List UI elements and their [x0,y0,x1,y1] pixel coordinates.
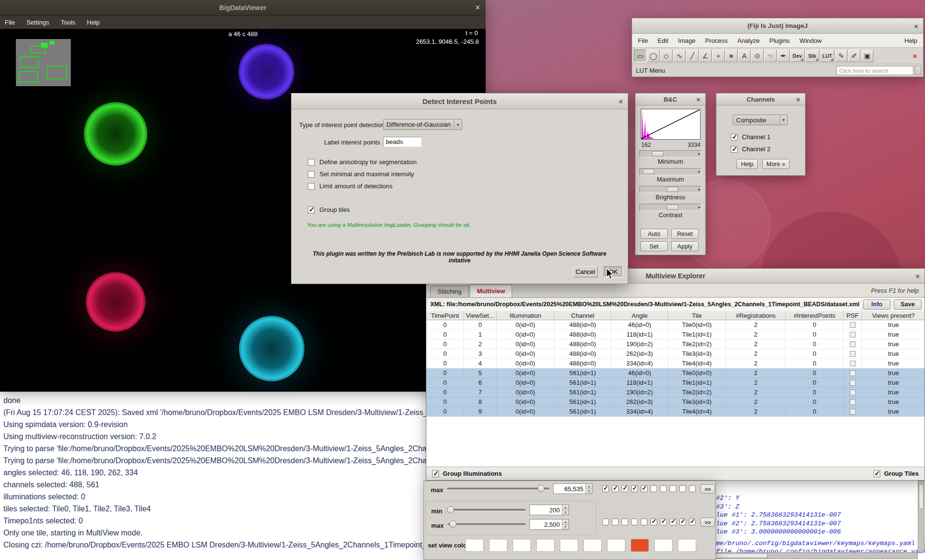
slider-arrow-icon[interactable]: ▸ [698,204,700,210]
table-row[interactable]: 000(id=0)488(id=0)46(id=0)Tile0(id=0)20t… [426,320,925,330]
auto-button[interactable]: Auto [640,229,668,239]
psf-checkbox[interactable] [850,399,856,405]
display-min-slider[interactable] [448,505,526,515]
dialog-titlebar[interactable]: Detect Interest Points × [291,93,628,109]
point-tool-icon[interactable]: + [712,50,725,62]
slider-arrow-icon[interactable]: ▸ [698,151,700,157]
oval-tool-icon[interactable]: ◯ [647,50,660,62]
table-row[interactable]: 070(id=0)561(id=1)190(id=2)Tile2(id=2)20… [426,388,925,397]
dev-menu-tool-icon[interactable]: Dev [790,50,805,62]
channel-2-checkbox[interactable] [731,146,738,153]
group-illuminations-control[interactable]: Group Illuminations [432,470,502,477]
flood-fill-tool-icon[interactable]: ▣ [861,50,873,62]
view-check-bottom-1[interactable] [612,519,619,525]
view-color-box-8[interactable] [654,539,673,552]
view-check-bottom-0[interactable] [602,519,609,525]
define-anisotropy-for-segmentation-checkbox[interactable] [308,159,315,166]
view-check-bottom-8[interactable] [679,519,686,525]
info-button[interactable]: Info [863,300,891,310]
zoom-tool-icon[interactable]: ⊙ [751,50,764,62]
dialog-option-row[interactable]: Define anisotropy for segmentation [308,156,417,168]
vertical-scrollbar[interactable] [918,481,925,552]
spinner-value[interactable] [554,484,585,494]
view-check-bottom-3[interactable] [631,519,638,525]
more-tools-tool-icon[interactable]: » [909,50,921,62]
rectangle-tool-icon[interactable]: ▭ [634,50,647,62]
bdv-menu-help[interactable]: Help [87,19,100,26]
view-check-top-1[interactable] [612,485,619,492]
view-color-box-2[interactable] [513,539,531,552]
step-up-icon[interactable]: ▴ [562,505,568,510]
psf-checkbox[interactable] [850,341,856,347]
view-color-box-5[interactable] [583,539,602,552]
column-header-views-present[interactable]: Views present? [862,311,925,320]
spinner-value[interactable] [530,520,562,529]
freehand-tool-icon[interactable]: ∿ [673,50,686,62]
close-icon[interactable]: × [619,97,623,105]
step-down-icon[interactable]: ▾ [586,489,592,494]
table-row[interactable]: 010(id=0)488(id=0)118(id=1)Tile1(id=1)20… [426,330,925,339]
slider-arrow-icon[interactable]: ▸ [698,169,700,175]
slider-arrow-icon[interactable]: ▸ [698,186,700,193]
bc-contrast-slider[interactable]: ▸ [639,204,701,211]
spinner-steppers[interactable]: ▴▾ [585,484,592,494]
set-button[interactable]: Set [640,241,668,251]
view-check-bottom-5[interactable] [650,519,657,525]
psf-checkbox[interactable] [850,409,856,415]
close-icon[interactable]: × [476,3,480,12]
search-input[interactable] [836,66,913,75]
resize-grip[interactable] [915,66,921,75]
group-tiles-control[interactable]: Group Tiles [873,470,919,477]
limit-amount-of-detections-checkbox[interactable] [308,183,315,190]
polygon-tool-icon[interactable]: ◇ [660,50,673,62]
dialog-option-row[interactable]: Group tiles [308,204,417,216]
bdv-titlebar[interactable]: BigDataViewer × [0,0,486,16]
column-header-channel[interactable]: Channel [555,311,611,320]
slider-thumb[interactable] [667,205,678,210]
table-row[interactable]: 030(id=0)488(id=0)262(id=3)Tile3(id=3)20… [426,349,925,359]
step-up-icon[interactable]: ▴ [562,520,568,525]
bc-brightness-slider[interactable]: ▸ [639,186,701,193]
psf-checkbox[interactable] [850,390,856,395]
bc-minimum-slider[interactable]: ▸ [639,150,701,157]
pencil-tool-icon[interactable]: ✎ [835,50,847,62]
label-input[interactable] [383,137,422,147]
slider-thumb[interactable] [667,187,678,192]
color-picker-tool-icon[interactable]: ✒ [777,50,790,62]
view-check-top-2[interactable] [621,485,628,492]
column-header-tile[interactable]: Tile [668,311,726,320]
text-tool-icon[interactable]: A [738,50,751,62]
line-tool-icon[interactable]: ╱ [686,50,699,62]
psf-checkbox[interactable] [850,351,856,357]
set-minimal-and-maximal-intensity-checkbox[interactable] [308,171,315,178]
imagej-menu-edit[interactable]: Edit [658,37,668,44]
dialog-option-row[interactable]: Limit amount of detections [308,180,417,192]
reset-button[interactable]: Reset [671,229,699,239]
imagej-menu-help[interactable]: Help [904,37,917,44]
bc-titlebar[interactable]: B&C × [635,93,705,105]
close-icon[interactable]: × [696,95,700,104]
close-icon[interactable]: × [915,272,920,280]
channel-1-checkbox[interactable] [731,134,738,141]
stk-menu-tool-icon[interactable]: Stk [805,50,819,62]
view-check-bottom-7[interactable] [670,519,676,525]
slider-thumb[interactable] [652,151,663,156]
step-up-icon[interactable]: ▴ [586,484,592,489]
channels-titlebar[interactable]: Channels × [716,93,805,105]
view-check-top-5[interactable] [650,485,657,492]
column-header-angle[interactable]: Angle [611,311,668,320]
table-row[interactable]: 020(id=0)488(id=0)190(id=2)Tile2(id=2)20… [426,339,925,349]
tab-multiview[interactable]: Multiview [470,285,513,297]
view-check-bottom-6[interactable] [660,519,667,525]
psf-checkbox[interactable] [850,361,856,366]
display-max2-spinner[interactable]: ▴▾ [529,519,569,530]
psf-checkbox[interactable] [850,380,856,386]
table-row[interactable]: 080(id=0)561(id=1)262(id=3)Tile3(id=3)20… [426,397,925,407]
lut-menu-tool-icon[interactable]: LUT [820,50,834,62]
view-check-bottom-2[interactable] [621,519,628,525]
angle-tool-icon[interactable]: ∠ [699,50,712,62]
view-color-box-7[interactable] [631,539,649,552]
scrollbar-thumb[interactable] [919,484,924,509]
imagej-menu-analyze[interactable]: Analyze [737,37,759,44]
table-row[interactable]: 040(id=0)488(id=0)334(id=4)Tile4(id=4)20… [426,359,925,368]
